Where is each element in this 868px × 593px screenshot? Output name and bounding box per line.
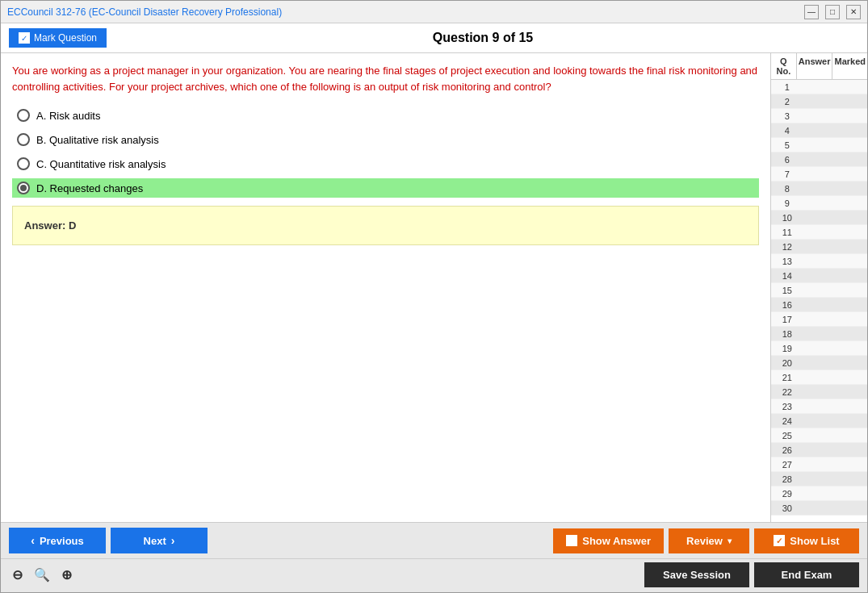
sidebar-cell-num: 17 bbox=[771, 315, 803, 324]
sidebar-cell-num: 25 bbox=[771, 431, 803, 441]
bottom-row: ⊖ 🔍 ⊕ Save Session End Exam bbox=[1, 558, 867, 592]
zoom-out-button[interactable]: ⊖ bbox=[9, 566, 26, 584]
sidebar-row[interactable]: 27 bbox=[771, 457, 867, 472]
sidebar-row[interactable]: 28 bbox=[771, 472, 867, 487]
next-label: Next bbox=[144, 535, 166, 547]
sidebar-row[interactable]: 6 bbox=[771, 152, 867, 167]
zoom-normal-button[interactable]: 🔍 bbox=[31, 566, 53, 584]
sidebar-row[interactable]: 13 bbox=[771, 254, 867, 269]
sidebar-row[interactable]: 19 bbox=[771, 341, 867, 356]
review-dropdown-icon: ▾ bbox=[728, 537, 732, 545]
zoom-in-button[interactable]: ⊕ bbox=[58, 566, 75, 584]
mark-question-label: Mark Question bbox=[34, 32, 97, 44]
sidebar-cell-num: 4 bbox=[771, 126, 803, 136]
sidebar-col-qno: Q No. bbox=[771, 53, 797, 79]
option-d-label: D. Requested changes bbox=[36, 182, 143, 194]
sidebar-list[interactable]: 1 2 3 4 5 6 7 8 bbox=[771, 80, 867, 522]
sidebar: Q No. Answer Marked 1 2 3 4 5 6 bbox=[770, 53, 867, 522]
sidebar-row[interactable]: 17 bbox=[771, 312, 867, 327]
sidebar-row[interactable]: 10 bbox=[771, 211, 867, 225]
sidebar-cell-num: 2 bbox=[771, 97, 803, 106]
sidebar-cell-num: 3 bbox=[771, 111, 803, 121]
sidebar-row[interactable]: 11 bbox=[771, 225, 867, 240]
show-list-icon bbox=[774, 535, 785, 546]
option-c-label: C. Quantitative risk analysis bbox=[36, 158, 166, 170]
option-b-radio bbox=[17, 133, 30, 146]
question-text: You are working as a project manager in … bbox=[12, 63, 759, 94]
previous-arrow-icon: ‹ bbox=[31, 534, 35, 547]
sidebar-row[interactable]: 12 bbox=[771, 240, 867, 254]
sidebar-cell-num: 15 bbox=[771, 286, 803, 295]
sidebar-cell-num: 30 bbox=[771, 503, 803, 513]
review-button[interactable]: Review ▾ bbox=[669, 528, 749, 553]
sidebar-row[interactable]: 2 bbox=[771, 94, 867, 109]
sidebar-row[interactable]: 22 bbox=[771, 385, 867, 399]
next-button[interactable]: Next › bbox=[111, 528, 208, 553]
option-a[interactable]: A. Risk audits bbox=[12, 106, 759, 125]
content-area: You are working as a project manager in … bbox=[1, 53, 770, 522]
sidebar-cell-num: 19 bbox=[771, 344, 803, 353]
titlebar: ECCouncil 312-76 (EC-Council Disaster Re… bbox=[1, 1, 867, 23]
maximize-button[interactable]: □ bbox=[825, 5, 840, 19]
sidebar-row[interactable]: 5 bbox=[771, 138, 867, 152]
save-session-label: Save Session bbox=[663, 569, 731, 581]
bookmark-icon bbox=[19, 32, 30, 44]
show-list-button[interactable]: Show List bbox=[754, 528, 859, 553]
option-b-label: B. Qualitative risk analysis bbox=[36, 134, 159, 146]
sidebar-row[interactable]: 25 bbox=[771, 428, 867, 443]
options-area: A. Risk audits B. Qualitative risk analy… bbox=[12, 106, 759, 198]
option-a-radio bbox=[17, 109, 30, 122]
sidebar-cell-num: 20 bbox=[771, 358, 803, 368]
option-a-label: A. Risk audits bbox=[36, 110, 100, 122]
minimize-button[interactable]: — bbox=[804, 5, 819, 19]
next-arrow-icon: › bbox=[171, 534, 175, 547]
previous-button[interactable]: ‹ Previous bbox=[9, 528, 106, 553]
sidebar-row[interactable]: 3 bbox=[771, 109, 867, 123]
sidebar-cell-num: 23 bbox=[771, 402, 803, 411]
show-answer-icon bbox=[566, 535, 577, 546]
sidebar-header: Q No. Answer Marked bbox=[771, 53, 867, 80]
sidebar-row[interactable]: 8 bbox=[771, 182, 867, 196]
option-d[interactable]: D. Requested changes bbox=[12, 178, 759, 198]
option-d-radio bbox=[17, 182, 30, 194]
option-c[interactable]: C. Quantitative risk analysis bbox=[12, 154, 759, 173]
sidebar-cell-num: 28 bbox=[771, 474, 803, 484]
option-b[interactable]: B. Qualitative risk analysis bbox=[12, 130, 759, 149]
sidebar-row[interactable]: 30 bbox=[771, 501, 867, 516]
sidebar-row[interactable]: 9 bbox=[771, 196, 867, 211]
sidebar-row[interactable]: 7 bbox=[771, 167, 867, 182]
question-title: Question 9 of 15 bbox=[107, 31, 859, 45]
main-window: ECCouncil 312-76 (EC-Council Disaster Re… bbox=[0, 0, 868, 593]
end-exam-button[interactable]: End Exam bbox=[754, 562, 859, 587]
sidebar-row[interactable]: 16 bbox=[771, 298, 867, 312]
sidebar-row[interactable]: 21 bbox=[771, 370, 867, 385]
sidebar-row[interactable]: 29 bbox=[771, 487, 867, 501]
sidebar-row[interactable]: 20 bbox=[771, 356, 867, 370]
window-controls: — □ ✕ bbox=[804, 5, 861, 19]
review-label: Review bbox=[686, 535, 723, 547]
sidebar-cell-num: 16 bbox=[771, 300, 803, 310]
sidebar-row[interactable]: 1 bbox=[771, 80, 867, 94]
show-answer-button[interactable]: Show Answer bbox=[553, 528, 664, 553]
sidebar-cell-num: 13 bbox=[771, 257, 803, 266]
sidebar-row[interactable]: 15 bbox=[771, 283, 867, 298]
sidebar-cell-num: 22 bbox=[771, 387, 803, 397]
sidebar-row[interactable]: 18 bbox=[771, 327, 867, 341]
sidebar-row[interactable]: 4 bbox=[771, 123, 867, 138]
sidebar-cell-num: 9 bbox=[771, 198, 803, 208]
mark-question-button[interactable]: Mark Question bbox=[9, 28, 107, 48]
close-button[interactable]: ✕ bbox=[846, 5, 861, 19]
sidebar-row[interactable]: 26 bbox=[771, 443, 867, 457]
sidebar-cell-num: 6 bbox=[771, 155, 803, 165]
answer-text: Answer: D bbox=[24, 219, 76, 232]
sidebar-cell-num: 21 bbox=[771, 373, 803, 382]
save-session-button[interactable]: Save Session bbox=[644, 562, 749, 587]
show-answer-label: Show Answer bbox=[582, 535, 651, 547]
sidebar-row[interactable]: 24 bbox=[771, 414, 867, 428]
sidebar-cell-num: 14 bbox=[771, 271, 803, 281]
end-exam-label: End Exam bbox=[782, 569, 832, 581]
window-title: ECCouncil 312-76 (EC-Council Disaster Re… bbox=[7, 6, 282, 18]
sidebar-cell-num: 5 bbox=[771, 140, 803, 150]
sidebar-row[interactable]: 23 bbox=[771, 399, 867, 414]
sidebar-row[interactable]: 14 bbox=[771, 269, 867, 283]
